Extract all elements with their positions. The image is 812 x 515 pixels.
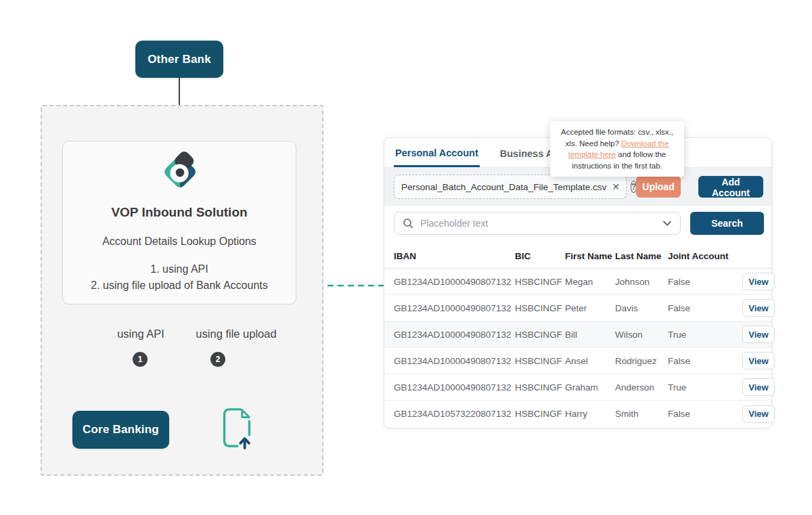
cell-iban: GB1234AD10000490807132 — [394, 277, 515, 287]
cell-iban: GB1234AD10000490807132 — [394, 330, 515, 340]
cell-joint-account: True — [668, 382, 742, 393]
search-input[interactable] — [419, 217, 657, 229]
canvas: Other Bank VOP Inbound Solution Account … — [0, 0, 812, 515]
cell-bic: HSBCINGF — [515, 382, 565, 393]
col-first-name: First Name — [565, 251, 615, 261]
other-bank-node: Other Bank — [135, 41, 223, 78]
cell-joint-account: False — [668, 303, 742, 313]
file-chip: Personal_Batch_Account_Data_File_Templat… — [394, 175, 627, 199]
upload-button[interactable]: Upload — [636, 176, 681, 198]
table-row: GB1234AD10000490807132 HSBCINGF Ansel Ro… — [384, 348, 771, 374]
col-bic: BIC — [515, 251, 565, 261]
view-button[interactable]: View — [742, 378, 775, 396]
brand-logo-icon — [159, 151, 201, 193]
col-joint-account: Joint Account — [668, 251, 742, 261]
vop-solution-card: VOP Inbound Solution Account Details Loo… — [62, 141, 296, 305]
upload-help-tooltip: Accepted file formats: csv., xlsx., xls.… — [550, 121, 684, 177]
cell-last-name: Anderson — [615, 382, 668, 393]
cell-first-name: Graham — [565, 382, 615, 393]
search-icon — [403, 218, 413, 229]
accounts-table: IBAN BIC First Name Last Name Joint Acco… — [384, 244, 771, 427]
cell-last-name: Rodriguez — [615, 356, 668, 366]
branch-label-file-upload: using file upload — [188, 328, 284, 340]
search-button[interactable]: Search — [690, 212, 764, 235]
close-icon[interactable]: ✕ — [612, 181, 620, 192]
cell-last-name: Davis — [615, 303, 668, 313]
col-last-name: Last Name — [615, 251, 668, 261]
core-banking-node: Core Banking — [72, 411, 169, 449]
lookup-option-1: 1. using API — [63, 263, 296, 275]
lookup-option-2: 2. using file upload of Bank Accounts — [63, 279, 296, 292]
cell-last-name: Johnson — [615, 277, 668, 287]
solution-title: VOP Inbound Solution — [63, 205, 296, 220]
tab-personal-account[interactable]: Personal Account — [394, 139, 480, 167]
table-row: GB1234AD10000490807132 HSBCINGF Peter Da… — [384, 295, 771, 321]
table-row: GB1234AD10000490807132 HSBCINGF Megan Jo… — [384, 269, 771, 295]
cell-first-name: Ansel — [565, 356, 615, 366]
cell-bic: HSBCINGF — [515, 277, 565, 287]
branch-number-1-badge: 1 — [133, 352, 148, 367]
view-button[interactable]: View — [742, 299, 775, 317]
view-button[interactable]: View — [742, 405, 775, 423]
cell-bic: HSBCINGF — [515, 303, 565, 313]
file-name: Personal_Batch_Account_Data_File_Templat… — [401, 182, 606, 192]
cell-first-name: Bill — [565, 330, 615, 340]
cell-joint-account: True — [668, 330, 742, 340]
cell-joint-account: False — [668, 409, 742, 419]
table-row: GB1234AD10573220807132 HSBCINGF Harry Sm… — [384, 401, 771, 427]
cell-first-name: Harry — [565, 409, 615, 419]
file-upload-icon — [219, 406, 254, 451]
cell-joint-account: False — [668, 356, 742, 366]
view-button[interactable]: View — [742, 273, 775, 290]
add-account-button[interactable]: Add Account — [698, 176, 763, 198]
cell-iban: GB1234AD10000490807132 — [394, 382, 515, 393]
table-row: GB1234AD10000490807132 HSBCINGF Graham A… — [384, 374, 771, 401]
search-field[interactable] — [394, 212, 681, 235]
cell-last-name: Wilson — [615, 330, 668, 340]
cell-first-name: Megan — [565, 277, 615, 287]
core-banking-label: Core Banking — [83, 423, 159, 436]
col-iban: IBAN — [394, 251, 515, 261]
table-row: GB1234AD10000490807132 HSBCINGF Bill Wil… — [384, 321, 771, 348]
branch-number-2-badge: 2 — [210, 352, 225, 367]
cell-joint-account: False — [668, 277, 742, 287]
cell-iban: GB1234AD10000490807132 — [394, 303, 515, 313]
cell-iban: GB1234AD10573220807132 — [394, 409, 515, 419]
solution-subtitle: Account Details Lookup Options — [63, 236, 296, 248]
cell-first-name: Peter — [565, 303, 615, 313]
cell-bic: HSBCINGF — [515, 409, 565, 419]
branch-label-api: using API — [100, 328, 181, 340]
chevron-down-icon[interactable] — [662, 220, 672, 227]
other-bank-label: Other Bank — [148, 53, 211, 66]
view-button[interactable]: View — [742, 326, 775, 343]
search-row: Search — [384, 206, 771, 244]
view-button[interactable]: View — [742, 352, 775, 370]
cell-last-name: Smith — [615, 409, 668, 419]
table-header: IBAN BIC First Name Last Name Joint Acco… — [384, 244, 771, 269]
cell-bic: HSBCINGF — [515, 356, 565, 366]
cell-bic: HSBCINGF — [515, 330, 565, 340]
accounts-panel: Personal Account Business Account Person… — [384, 137, 772, 428]
cell-iban: GB1234AD10000490807132 — [394, 356, 515, 366]
